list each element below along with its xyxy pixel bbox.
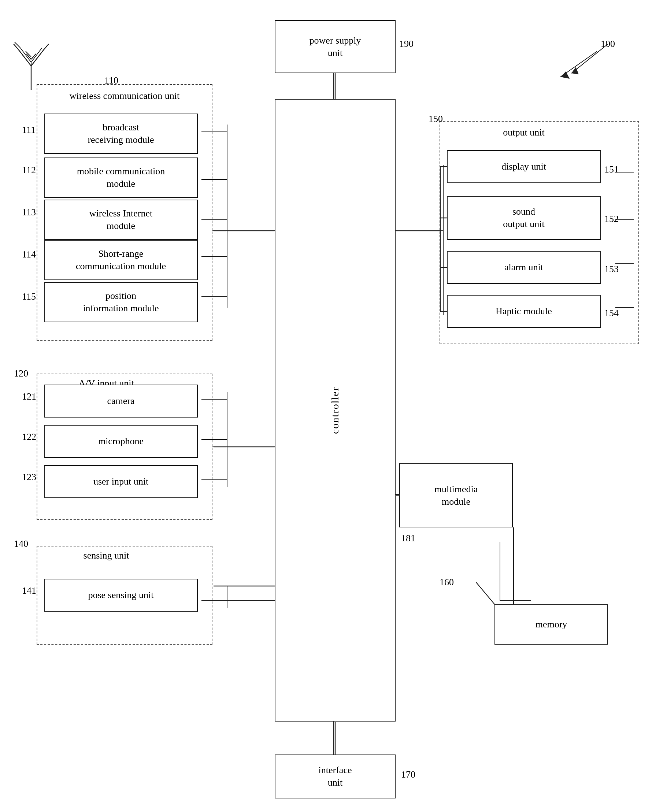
broadcast-receiving-label: broadcast receiving module (88, 121, 154, 146)
camera-box: camera (44, 384, 198, 418)
broadcast-receiving-box: broadcast receiving module (44, 114, 198, 154)
camera-label: camera (107, 395, 134, 407)
controller-box: controller (275, 99, 396, 721)
power-supply-unit-label: power supply unit (310, 35, 361, 59)
wireless-internet-label: wireless Internet module (90, 207, 153, 232)
multimedia-module-box: multimedia module (399, 463, 513, 527)
microphone-label: microphone (98, 435, 144, 447)
controller-label: controller (329, 387, 342, 434)
svg-line-43 (44, 44, 49, 50)
sound-output-box: sound output unit (447, 196, 601, 240)
pose-sensing-box: pose sensing unit (44, 579, 198, 611)
diagram: 100 power supply unit 190 110 wireless c… (0, 0, 667, 812)
svg-line-60 (476, 582, 495, 605)
interface-unit-label: interface unit (319, 764, 352, 789)
svg-line-42 (27, 54, 31, 59)
ref-190: 190 (399, 38, 413, 50)
multimedia-module-label: multimedia module (435, 483, 478, 508)
short-range-label: Short-range communication module (76, 248, 166, 272)
user-input-label: user input unit (93, 476, 148, 488)
antenna-icon (13, 33, 50, 91)
position-info-label: position information module (83, 290, 159, 315)
ref-122: 122 (22, 431, 36, 442)
ref-170: 170 (401, 769, 415, 780)
short-range-box: Short-range communication module (44, 240, 198, 280)
alarm-unit-box: alarm unit (447, 251, 601, 284)
ref-154: 154 (604, 308, 619, 319)
svg-line-15 (561, 51, 597, 77)
display-unit-box: display unit (447, 150, 601, 183)
position-info-box: position information module (44, 282, 198, 322)
output-unit-label: output unit (469, 126, 579, 139)
svg-marker-16 (561, 71, 569, 79)
ref-114: 114 (22, 249, 36, 260)
memory-box: memory (494, 604, 608, 645)
ref-115: 115 (22, 291, 36, 302)
ref-152: 152 (604, 214, 619, 225)
user-input-box: user input unit (44, 465, 198, 498)
haptic-module-box: Haptic module (447, 295, 601, 328)
haptic-module-label: Haptic module (496, 305, 552, 318)
alarm-unit-label: alarm unit (504, 261, 543, 273)
ref-140: 140 (14, 539, 28, 549)
sensing-unit-label: sensing unit (51, 549, 161, 562)
ref-181: 181 (401, 533, 415, 544)
power-supply-unit-box: power supply unit (275, 20, 396, 73)
ref-113: 113 (22, 207, 36, 218)
wireless-internet-box: wireless Internet module (44, 200, 198, 240)
mobile-comm-label: mobile communication module (77, 165, 165, 190)
svg-line-41 (13, 44, 18, 50)
ref-120: 120 (14, 368, 28, 379)
ref-141: 141 (22, 585, 36, 596)
ref-153: 153 (604, 264, 619, 275)
wireless-comm-label: wireless communication unit (51, 90, 198, 102)
ref-160-label: 160 (440, 577, 454, 588)
ref-123: 123 (22, 472, 36, 483)
microphone-box: microphone (44, 425, 198, 458)
svg-line-44 (31, 54, 36, 59)
ref-111: 111 (22, 124, 35, 136)
ref-151: 151 (604, 164, 619, 175)
display-unit-label: display unit (501, 161, 546, 173)
mobile-comm-box: mobile communication module (44, 157, 198, 198)
memory-label: memory (536, 618, 567, 631)
pose-sensing-label: pose sensing unit (88, 589, 153, 602)
svg-marker-59 (571, 67, 579, 75)
sound-output-label: sound output unit (503, 205, 544, 230)
ref-112: 112 (22, 165, 36, 176)
ref-100: 100 (601, 38, 615, 50)
ref-121: 121 (22, 391, 36, 402)
interface-unit-box: interface unit (275, 754, 396, 799)
